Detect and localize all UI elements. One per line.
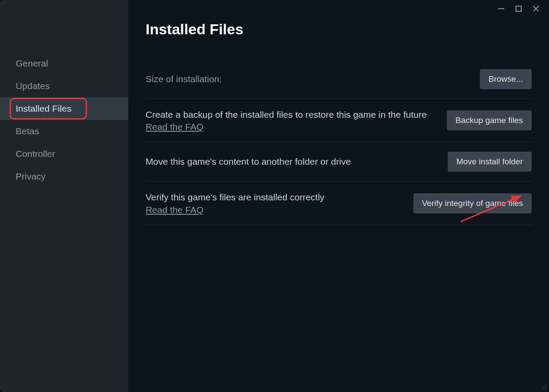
sidebar-item-label: General (16, 58, 48, 68)
verify-button[interactable]: Verify integrity of game files (413, 193, 532, 213)
svg-point-10 (543, 388, 544, 389)
app-container: General Updates Installed Files Betas Co… (0, 0, 549, 392)
resize-grip-icon[interactable] (540, 383, 546, 389)
verify-row-text: Verify this game's files are installed c… (146, 191, 400, 215)
size-label: Size of installation: (146, 74, 222, 84)
verify-desc: Verify this game's files are installed c… (146, 191, 400, 203)
backup-row: Create a backup of the installed files t… (146, 99, 532, 142)
close-button[interactable] (532, 4, 540, 13)
verify-faq-link[interactable]: Read the FAQ (146, 205, 203, 215)
sidebar-item-betas[interactable]: Betas (0, 120, 128, 143)
window-titlebar (497, 0, 549, 17)
maximize-button[interactable] (514, 4, 523, 13)
svg-rect-1 (516, 6, 521, 11)
svg-point-7 (543, 386, 544, 387)
backup-row-text: Create a backup of the installed files t… (146, 109, 434, 132)
sidebar-item-privacy[interactable]: Privacy (0, 165, 128, 188)
sidebar-item-installed-files[interactable]: Installed Files (0, 97, 128, 120)
verify-row: Verify this game's files are installed c… (146, 182, 532, 225)
sidebar-item-label: Betas (16, 126, 39, 136)
sidebar-item-general[interactable]: General (0, 52, 128, 75)
svg-point-6 (545, 385, 546, 385)
minimize-icon (497, 5, 505, 13)
svg-point-11 (545, 388, 546, 389)
sidebar-item-updates[interactable]: Updates (0, 75, 128, 97)
move-row-text: Move this game's content to another fold… (146, 156, 435, 168)
backup-desc: Create a backup of the installed files t… (146, 109, 434, 121)
svg-point-8 (545, 386, 546, 387)
sidebar-item-label: Installed Files (16, 103, 71, 113)
size-row: Size of installation: Browse... (146, 60, 532, 99)
close-icon (532, 5, 540, 13)
svg-point-9 (542, 388, 542, 389)
sidebar-item-label: Updates (16, 81, 50, 91)
move-row: Move this game's content to another fold… (146, 142, 532, 182)
backup-faq-link[interactable]: Read the FAQ (146, 122, 203, 132)
content-pane: Installed Files Size of installation: Br… (128, 0, 549, 392)
sidebar-item-label: Controller (16, 149, 55, 159)
sidebar: General Updates Installed Files Betas Co… (0, 0, 128, 392)
minimize-button[interactable] (497, 4, 506, 13)
sidebar-item-controller[interactable]: Controller (0, 143, 128, 165)
move-desc: Move this game's content to another fold… (146, 156, 435, 168)
move-button[interactable]: Move install folder (448, 152, 532, 172)
browse-button[interactable]: Browse... (480, 69, 532, 89)
page-title: Installed Files (146, 21, 532, 38)
maximize-icon (515, 5, 522, 12)
size-row-text: Size of installation: (146, 74, 467, 84)
backup-button[interactable]: Backup game files (447, 110, 532, 130)
sidebar-item-label: Privacy (16, 171, 46, 181)
